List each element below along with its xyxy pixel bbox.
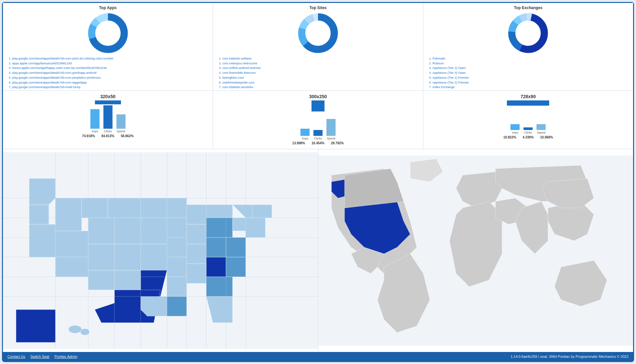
- list-item: 7. Index Exchange: [429, 85, 630, 90]
- spend-pct: 29.792%: [331, 141, 344, 145]
- bar-chart-728x90: Imps Clicks Spend: [510, 108, 546, 134]
- ad-size-728x90-visual: [507, 100, 549, 106]
- list-item: 4. com.fivemobile.thescore: [219, 71, 420, 75]
- list-item: 2. Rubicon: [429, 61, 630, 66]
- id-state: [55, 198, 82, 231]
- imps-pct: 13.998%: [292, 141, 305, 145]
- ks-state: [114, 270, 141, 290]
- top-apps-panel: Top Apps 1. play.google.com/store/apps/d…: [3, 3, 213, 90]
- hi-state: [69, 325, 82, 333]
- bar-clicks-label: Clicks: [524, 131, 532, 134]
- list-item: 1. play.google.com/store/apps/details?id…: [9, 56, 210, 61]
- ad-size-rect: [507, 100, 549, 106]
- list-item: 4. AppNexus (Tier 3) Open: [429, 71, 630, 75]
- ar-state: [141, 296, 167, 316]
- sc-state: [226, 257, 246, 277]
- list-item: 5. AppNexus (Tier 1) Premier: [429, 75, 630, 80]
- pontiac-admin-link[interactable]: Pontiac Admin: [55, 355, 77, 358]
- spend-pct: 10.968%: [540, 136, 553, 139]
- footer-nav: Contact Us Switch Seat Pontiac Admin: [7, 355, 77, 358]
- list-item: 3. itunes.apple.com/us/app/happy-color-c…: [9, 66, 210, 71]
- la-state: [167, 296, 187, 316]
- mt-state: [82, 198, 108, 218]
- bar-spend-label: Spend: [537, 131, 545, 134]
- bar-spend-fill: [326, 119, 336, 136]
- list-item: 7. play.google.com/store/apps/details?id…: [9, 85, 210, 90]
- wa-state: [29, 178, 56, 205]
- ky-state: [167, 238, 187, 257]
- ad-size-300x250-visual: [311, 100, 325, 111]
- il-state: [167, 218, 187, 238]
- bar-spend-label: Spend: [117, 130, 125, 133]
- contact-us-link[interactable]: Contact Us: [7, 355, 25, 358]
- clicks-pct: 84.813%: [101, 134, 114, 138]
- ct-state: [246, 218, 266, 238]
- list-item: 5. lastnighton.com: [219, 75, 420, 80]
- clicks-pct: 10.454%: [311, 141, 324, 145]
- bar-values-320x50: 74.918% 84.813% 58.862%: [82, 134, 133, 138]
- list-item: 4. play.google.com/store/apps/details?id…: [9, 71, 210, 75]
- nm-state: [88, 270, 114, 290]
- nv-state: [55, 231, 88, 257]
- ad-size-320x50-visual: [95, 100, 121, 104]
- bar-spend: Spend: [537, 124, 546, 134]
- us-map-svg: [3, 149, 318, 352]
- world-map-svg: [318, 149, 633, 352]
- list-item: 3. AppNexus (Tier 2) Open: [429, 66, 630, 71]
- bar-imps-fill: [90, 109, 99, 129]
- list-item: 6. play.google.com/store/apps/details?id…: [9, 80, 210, 85]
- pa-state: [206, 218, 232, 238]
- mi-state: [187, 205, 206, 225]
- bar-imps: Imps: [510, 124, 520, 134]
- list-item: 5. play.google.com/store/apps/details?id…: [9, 75, 210, 80]
- version-text: 1.14.0.6ae9c259: [510, 355, 537, 358]
- bar-spend: Spend: [326, 119, 336, 140]
- ad-size-728x90-title: 728x90: [521, 94, 536, 99]
- ak-state: [16, 310, 55, 343]
- bar-imps: Imps: [90, 109, 99, 133]
- bar-values-728x90: 10.922% 4.339% 10.968%: [503, 136, 553, 139]
- nd-state: [108, 198, 141, 218]
- bar-spend-fill: [116, 114, 126, 129]
- bar-spend-label: Spend: [327, 137, 335, 140]
- ad-size-728x90-panel: 728x90 Imps Clicks Spend 10.922: [423, 91, 633, 149]
- ny-state: [206, 205, 232, 218]
- list-item: 7. com.tripledot.woodoku: [219, 85, 420, 90]
- tn-state: [167, 257, 187, 277]
- ms-state: [167, 277, 187, 297]
- ad-size-300x250-title: 300x250: [309, 94, 327, 99]
- list-item: 2. apps.apple.com/app/lamusica/id3198811…: [9, 61, 210, 66]
- us-map-panel: [3, 149, 318, 352]
- top-sites-title: Top Sites: [309, 6, 326, 10]
- bar-clicks-label: Clicks: [104, 130, 112, 133]
- top-sites-panel: Top Sites 1. com.tripledot.solitaire 2. …: [213, 3, 423, 90]
- list-item: 3. com.onflick.android.textnow: [219, 66, 420, 71]
- ga-state: [206, 277, 232, 297]
- imps-pct: 74.918%: [82, 134, 95, 138]
- ia-state: [141, 218, 167, 244]
- bar-clicks: Clicks: [313, 130, 323, 140]
- in-state: [187, 224, 206, 244]
- va-state: [226, 238, 246, 257]
- bar-clicks-label: Clicks: [314, 137, 322, 140]
- world-map-panel: [318, 149, 633, 352]
- top-apps-title: Top Apps: [99, 6, 117, 10]
- top-exchanges-panel: Top Exchanges 1. Pubmatic 2. Rubicon 3. …: [423, 3, 633, 90]
- footer: Contact Us Switch Seat Pontiac Admin 1.1…: [3, 352, 633, 361]
- spend-pct: 58.862%: [121, 134, 133, 138]
- copyright-text: Pontiac by Programmatic Mechanics © 2022: [558, 355, 629, 358]
- footer-info: 1.14.0.6ae9c259 | seat: 3064 Pontiac by …: [510, 355, 629, 358]
- bar-clicks: Clicks: [103, 105, 113, 133]
- nc-state: [206, 257, 226, 277]
- wv-state: [206, 238, 226, 257]
- bar-spend-fill: [537, 124, 546, 130]
- ad-size-320x50-panel: 320x50 Imps Clicks Spend 74.918: [3, 91, 213, 149]
- top-exchanges-donut: [507, 12, 549, 54]
- bar-imps-fill: [510, 124, 520, 130]
- switch-seat-link[interactable]: Switch Seat: [30, 355, 49, 358]
- wy-state: [88, 218, 114, 244]
- bar-imps: Imps: [300, 129, 310, 140]
- top-apps-donut: [87, 12, 129, 54]
- bar-imps-label: Imps: [512, 131, 519, 134]
- bar-imps-fill: [300, 129, 310, 136]
